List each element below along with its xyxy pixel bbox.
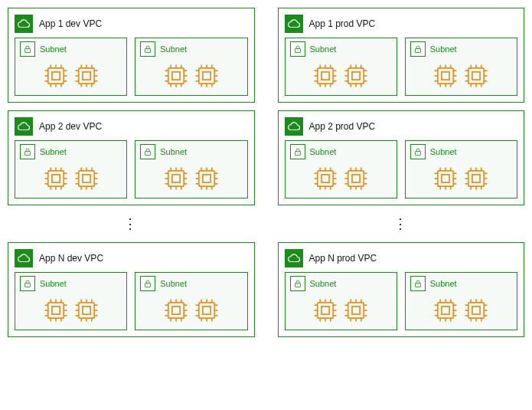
chip-row (410, 60, 512, 90)
vpc-box: App 2 prod VPC Subnet Subnet (278, 110, 525, 205)
chip-icon (163, 63, 189, 89)
ellipsis-icon: ⋮ (8, 213, 255, 235)
subnet-box: Subnet (15, 140, 127, 198)
subnet-title: Subnet (310, 147, 337, 156)
lock-icon (20, 276, 35, 291)
subnet-box: Subnet (15, 38, 127, 96)
subnet-header: Subnet (410, 41, 512, 57)
vpc-box: App 2 dev VPC Subnet Subnet (8, 110, 255, 205)
chip-icon (343, 166, 369, 192)
vpc-title: App 1 prod VPC (309, 18, 376, 29)
subnet-title: Subnet (40, 44, 67, 54)
subnet-box: Subnet (135, 272, 247, 330)
vpc-title: App N dev VPC (39, 253, 103, 264)
subnet-header: Subnet (410, 144, 512, 159)
diagram-grid: App 1 dev VPC Subnet Subnet (8, 8, 524, 337)
chip-icon (73, 166, 100, 192)
chip-icon (43, 166, 69, 192)
chip-icon (432, 63, 459, 89)
chip-row (20, 60, 122, 90)
subnet-box: Subnet (405, 272, 517, 330)
chip-row (290, 294, 392, 325)
subnet-header: Subnet (290, 41, 392, 57)
subnet-title: Subnet (430, 44, 457, 54)
chip-row (410, 294, 512, 325)
chip-icon (194, 63, 220, 89)
subnet-box: Subnet (285, 140, 397, 198)
lock-icon (20, 144, 35, 159)
vpc-title: App 2 dev VPC (39, 121, 102, 132)
subnet-box: Subnet (135, 38, 247, 96)
subnet-title: Subnet (430, 279, 457, 288)
subnet-header: Subnet (140, 41, 242, 57)
chip-icon (432, 297, 459, 323)
subnet-header: Subnet (140, 144, 242, 159)
cloud-icon (285, 117, 303, 136)
chip-row (290, 162, 392, 193)
subnet-title: Subnet (430, 147, 457, 156)
cloud-icon (285, 249, 303, 267)
subnet-row: Subnet Subnet (285, 38, 518, 96)
chip-row (410, 162, 512, 193)
chip-icon (463, 63, 489, 89)
vpc-box: App N dev VPC Subnet Subnet (8, 242, 255, 337)
chip-icon (432, 166, 459, 192)
subnet-title: Subnet (40, 279, 67, 288)
chip-row (20, 294, 122, 325)
subnet-header: Subnet (290, 276, 392, 291)
subnet-box: Subnet (285, 38, 397, 96)
subnet-box: Subnet (405, 38, 517, 96)
cloud-icon (15, 249, 33, 267)
lock-icon (290, 276, 305, 291)
chip-icon (463, 166, 489, 192)
vpc-box: App 1 dev VPC Subnet Subnet (8, 8, 255, 103)
cloud-icon (15, 15, 33, 33)
subnet-title: Subnet (40, 147, 67, 156)
cloud-icon (15, 117, 33, 136)
subnet-header: Subnet (20, 41, 122, 57)
subnet-header: Subnet (410, 276, 512, 291)
chip-icon (343, 297, 369, 323)
chip-icon (312, 297, 338, 323)
lock-icon (140, 144, 155, 159)
vpc-header: App 2 prod VPC (285, 117, 518, 136)
vpc-title: App 1 dev VPC (39, 18, 102, 29)
vpc-header: App 1 dev VPC (15, 15, 248, 33)
vpc-box: App 1 prod VPC Subnet Subnet (278, 8, 525, 103)
subnet-box: Subnet (135, 140, 247, 198)
chip-row (290, 60, 392, 90)
lock-icon (20, 41, 35, 57)
chip-row (140, 294, 242, 325)
ellipsis-row: ⋮ ⋮ (8, 213, 524, 235)
subnet-row: Subnet Subnet (285, 140, 518, 198)
ellipsis-icon: ⋮ (278, 213, 525, 235)
vpc-title: App 2 prod VPC (309, 121, 376, 132)
subnet-header: Subnet (20, 144, 122, 159)
chip-icon (194, 166, 220, 192)
chip-icon (43, 63, 69, 89)
subnet-header: Subnet (290, 144, 392, 159)
lock-icon (410, 41, 426, 57)
chip-row (20, 162, 122, 193)
cloud-icon (285, 15, 303, 33)
chip-icon (163, 297, 189, 323)
subnet-row: Subnet Subnet (15, 38, 248, 96)
chip-icon (343, 63, 369, 89)
lock-icon (140, 41, 155, 57)
chip-icon (312, 166, 338, 192)
subnet-title: Subnet (310, 44, 337, 54)
subnet-row: Subnet Subnet (285, 272, 518, 330)
subnet-row: Subnet Subnet (15, 272, 248, 330)
vpc-header: App 1 prod VPC (285, 15, 518, 33)
chip-icon (312, 63, 338, 89)
subnet-box: Subnet (405, 140, 517, 198)
subnet-row: Subnet Subnet (15, 140, 248, 198)
subnet-box: Subnet (285, 272, 397, 330)
lock-icon (410, 144, 426, 159)
subnet-title: Subnet (160, 44, 187, 54)
chip-icon (73, 63, 100, 89)
vpc-box: App N prod VPC Subnet Subnet (278, 242, 525, 337)
chip-icon (43, 297, 69, 323)
subnet-title: Subnet (160, 147, 187, 156)
chip-icon (73, 297, 100, 323)
